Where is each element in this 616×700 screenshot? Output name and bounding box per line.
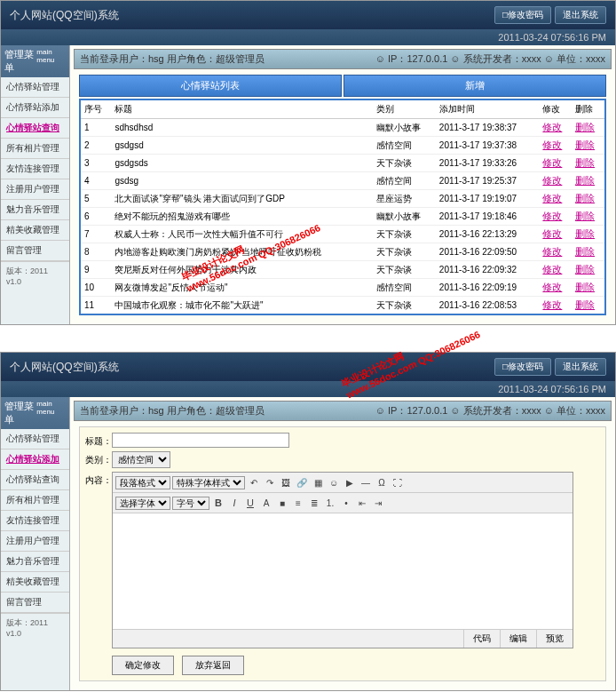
editor-tab-edit[interactable]: 编辑 — [500, 630, 536, 648]
sidebar-item[interactable]: 心情驿站添加 — [1, 98, 69, 118]
table-row: 9突尼斯反对任何外国势力干涉其内政天下杂谈2011-3-16 22:09:32修… — [80, 261, 605, 279]
color-icon[interactable]: A — [259, 496, 273, 510]
edit-link[interactable]: 修改 — [542, 175, 562, 186]
delete-link[interactable]: 删除 — [575, 139, 595, 150]
tab-add[interactable]: 新增 — [344, 75, 606, 97]
screen-form: 个人网站(QQ空间)系统 □修改密码 退出系统 2011-03-24 07:56… — [0, 352, 616, 691]
sidebar-item[interactable]: 心情驿站添加 — [1, 449, 69, 470]
edit-link[interactable]: 修改 — [542, 299, 562, 310]
table-row: 5北大面试谈"穿帮"镜头 港大面试问到了GDP星座运势2011-3-17 19:… — [80, 190, 605, 208]
align-left-icon[interactable]: ≡ — [291, 496, 305, 510]
sidebar-item[interactable]: 所有相片管理 — [1, 139, 69, 159]
datetime: 2011-03-24 07:56:16 PM — [498, 32, 606, 43]
table-row: 7权威人士称：人民币一次性大幅升值不可行天下杂谈2011-3-16 22:13:… — [80, 226, 605, 243]
emoji-icon[interactable]: ☺ — [327, 475, 341, 489]
submit-button[interactable]: 确定修改 — [112, 656, 174, 675]
link-icon[interactable]: 🔗 — [295, 475, 309, 489]
sidebar-item[interactable]: 心情驿站管理 — [1, 77, 69, 98]
sidebar-item[interactable]: 友情连接管理 — [1, 159, 69, 179]
delete-link[interactable]: 删除 — [575, 157, 595, 168]
sidebar-item[interactable]: 心情驿站查询 — [1, 118, 69, 139]
image-icon[interactable]: 🖼 — [279, 475, 293, 489]
media-icon[interactable]: ▶ — [343, 475, 357, 489]
datetime-bar: 2011-03-24 07:56:16 PM — [1, 381, 615, 397]
delete-link[interactable]: 删除 — [575, 299, 595, 310]
sidebar-item[interactable]: 精美收藏管理 — [1, 572, 69, 593]
change-password-button[interactable]: □修改密码 — [494, 358, 551, 376]
exit-system-button[interactable]: 退出系统 — [555, 358, 606, 376]
sidebar-item[interactable]: 精美收藏管理 — [1, 220, 69, 241]
edit-link[interactable]: 修改 — [542, 193, 562, 203]
main-area: 当前登录用户：hsg 用户角色：超级管理员 ☺ IP：127.0.0.1 ☺ 系… — [70, 45, 615, 324]
current-user-info: 当前登录用户：hsg 用户角色：超级管理员 — [80, 52, 265, 66]
list-ol-icon[interactable]: 1. — [323, 496, 337, 510]
list-ul-icon[interactable]: • — [339, 496, 353, 510]
edit-link[interactable]: 修改 — [542, 211, 562, 221]
underline-icon[interactable]: U — [243, 496, 257, 510]
paragraph-select[interactable]: 段落格式 — [115, 476, 170, 489]
app-title: 个人网站(QQ空间)系统 — [10, 8, 119, 23]
type-select[interactable]: 感情空间 — [112, 451, 170, 468]
cancel-button[interactable]: 放弃返回 — [182, 656, 244, 675]
editor-tab-preview[interactable]: 预览 — [536, 630, 573, 648]
align-center-icon[interactable]: ≣ — [307, 496, 321, 510]
system-info: ☺ IP：127.0.0.1 ☺ 系统开发者：xxxx ☺ 单位：xxxx — [375, 404, 605, 418]
fullscreen-icon[interactable]: ⛶ — [391, 475, 405, 489]
delete-link[interactable]: 删除 — [575, 246, 595, 257]
exit-system-button[interactable]: 退出系统 — [555, 6, 606, 24]
undo-icon[interactable]: ↶ — [247, 475, 261, 489]
sidebar-item[interactable]: 魅力音乐管理 — [1, 552, 69, 572]
editor-textarea[interactable] — [113, 513, 573, 629]
delete-link[interactable]: 删除 — [575, 193, 595, 203]
sidebar-item[interactable]: 魅力音乐管理 — [1, 200, 69, 220]
font-style-select[interactable]: 特殊字体样式 — [172, 476, 245, 489]
content-label: 内容： — [85, 472, 112, 487]
type-label: 类别： — [85, 451, 112, 466]
delete-link[interactable]: 删除 — [575, 122, 595, 132]
bgcolor-icon[interactable]: ■ — [275, 496, 289, 510]
font-family-select[interactable]: 选择字体 — [115, 497, 170, 510]
delete-link[interactable]: 删除 — [575, 282, 595, 292]
sidebar-item[interactable]: 留言管理 — [1, 593, 69, 613]
delete-link[interactable]: 删除 — [575, 175, 595, 186]
indent-icon[interactable]: ⇥ — [371, 496, 385, 510]
font-size-select[interactable]: 字号 — [172, 497, 209, 510]
table-icon[interactable]: ▦ — [311, 475, 325, 489]
edit-link[interactable]: 修改 — [542, 246, 562, 257]
edit-link[interactable]: 修改 — [542, 228, 562, 239]
italic-icon[interactable]: I — [227, 496, 241, 510]
edit-link[interactable]: 修改 — [542, 282, 562, 292]
edit-link[interactable]: 修改 — [542, 157, 562, 168]
bold-icon[interactable]: B — [211, 496, 225, 510]
sidebar-item[interactable]: 注册用户管理 — [1, 179, 69, 200]
title-label: 标题： — [85, 433, 112, 448]
title-input[interactable] — [112, 433, 289, 448]
form-panel: 标题： 类别： 感情空间 内容： 段落格式 特殊字体样式 ↶ ↷ — [79, 426, 606, 681]
datetime: 2011-03-24 07:56:16 PM — [498, 384, 606, 394]
sidebar-item[interactable]: 留言管理 — [1, 241, 69, 261]
sidebar-item[interactable]: 注册用户管理 — [1, 531, 69, 552]
outdent-icon[interactable]: ⇤ — [355, 496, 369, 510]
sidebar-item[interactable]: 友情连接管理 — [1, 511, 69, 531]
editor-toolbar: 段落格式 特殊字体样式 ↶ ↷ 🖼 🔗 ▦ ☺ ▶ — Ω ⛶ — [113, 473, 573, 493]
delete-link[interactable]: 删除 — [575, 264, 595, 274]
edit-link[interactable]: 修改 — [542, 139, 562, 150]
redo-icon[interactable]: ↷ — [263, 475, 277, 489]
data-table: 序号 标题 类别 添加时间 修改 删除 1sdhsdhsd幽默小故事2011-3… — [79, 99, 606, 315]
symbol-icon[interactable]: Ω — [375, 475, 389, 489]
sidebar-item[interactable]: 所有相片管理 — [1, 490, 69, 511]
edit-link[interactable]: 修改 — [542, 264, 562, 274]
tab-list[interactable]: 心情驿站列表 — [79, 75, 342, 97]
info-bar: 当前登录用户：hsg 用户角色：超级管理员 ☺ IP：127.0.0.1 ☺ 系… — [74, 401, 612, 421]
delete-link[interactable]: 删除 — [575, 228, 595, 239]
edit-link[interactable]: 修改 — [542, 122, 562, 132]
change-password-button[interactable]: □修改密码 — [494, 6, 551, 24]
sidebar-item[interactable]: 心情驿站管理 — [1, 429, 69, 449]
delete-link[interactable]: 删除 — [575, 211, 595, 221]
sidebar-item[interactable]: 心情驿站查询 — [1, 470, 69, 490]
sidebar-header: 管理菜单main menu — [1, 397, 69, 429]
col-type: 类别 — [373, 99, 436, 119]
hr-icon[interactable]: — — [359, 475, 373, 489]
app-title: 个人网站(QQ空间)系统 — [10, 360, 119, 375]
editor-tab-code[interactable]: 代码 — [463, 630, 500, 648]
